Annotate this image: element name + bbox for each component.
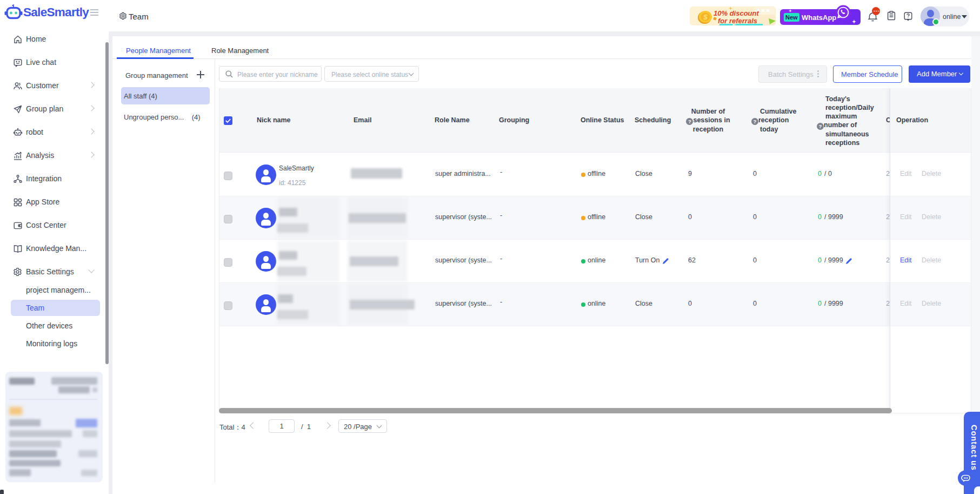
svg-text:$: $: [703, 13, 708, 21]
